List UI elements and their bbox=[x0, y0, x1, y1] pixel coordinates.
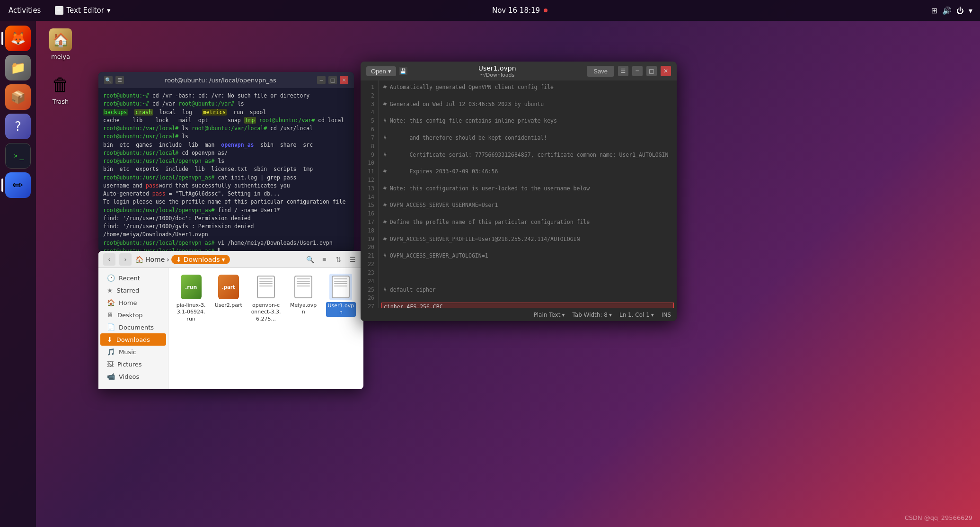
editor-title-left: Open ▾ 💾 bbox=[366, 66, 407, 76]
dock-item-editor[interactable]: ✏ bbox=[5, 172, 31, 198]
topbar: Activities ✏ Text Editor ▾ Nov 16 18:19 … bbox=[0, 0, 980, 21]
home-icon: 🏠 bbox=[107, 299, 115, 306]
fm-sidebar-item-videos[interactable]: 📹 Videos bbox=[100, 370, 166, 383]
desktop-icon-trash[interactable]: 🗑 Trash bbox=[42, 73, 79, 105]
desktop-nav-label: Desktop bbox=[117, 312, 143, 319]
editor-close-btn[interactable]: ✕ bbox=[661, 66, 671, 76]
fm-forward-btn[interactable]: › bbox=[119, 253, 132, 266]
activities-button[interactable]: Activities bbox=[0, 0, 49, 21]
editor-content[interactable]: 12345 678910 1112131415 1617181920 21222… bbox=[361, 80, 677, 308]
editor-save-history-btn[interactable]: 💾 bbox=[399, 67, 407, 75]
dock-item-files[interactable]: 📁 bbox=[5, 55, 31, 80]
fm-current-folder[interactable]: ⬇ Downloads ▾ bbox=[171, 255, 230, 264]
fm-sidebar-item-music[interactable]: 🎵 Music bbox=[100, 346, 166, 358]
edit-mode-label: INS bbox=[662, 312, 671, 318]
filetype-label: Plain Text bbox=[533, 312, 560, 318]
text-file-icon bbox=[257, 276, 275, 298]
app-menu[interactable]: ✏ Text Editor ▾ bbox=[49, 6, 116, 15]
cursor-position-label: Ln 1, Col 1 bbox=[619, 312, 650, 318]
dock-item-terminal[interactable]: ＞_ bbox=[5, 143, 31, 169]
fm-current-label: Downloads bbox=[184, 256, 220, 263]
part-file-icon: .part bbox=[218, 275, 239, 299]
activities-label: Activities bbox=[9, 6, 41, 15]
terminal-right-controls: ─ □ ✕ bbox=[317, 76, 348, 84]
meiya-icon-img: 🏠 bbox=[49, 28, 72, 51]
terminal-body[interactable]: root@ubuntu:~# cd /vr -bash: cd: /vr: No… bbox=[98, 88, 354, 252]
fm-location: 🏠 Home › ⬇ Downloads ▾ bbox=[135, 255, 300, 264]
current-folder-arrow: ▾ bbox=[222, 256, 225, 263]
editor-filepath: ~/Downloads bbox=[480, 72, 514, 78]
network-icon[interactable]: ⊞ bbox=[931, 6, 937, 15]
fm-sort-btn[interactable]: ⇅ bbox=[332, 253, 344, 266]
filetype-status[interactable]: Plain Text ▾ bbox=[533, 312, 565, 318]
fm-view-btn[interactable]: ≡ bbox=[318, 253, 330, 266]
trash-icon-label: Trash bbox=[53, 98, 69, 105]
terminal-search-btn[interactable]: 🔍 bbox=[104, 76, 113, 84]
music-label: Music bbox=[119, 348, 136, 356]
arrow-down-icon[interactable]: ▾ bbox=[969, 6, 972, 15]
filemanager-window: ‹ › 🏠 Home › ⬇ Downloads ▾ 🔍 ≡ ⇅ ☰ 🕐 bbox=[98, 251, 363, 389]
fm-home-icon: 🏠 bbox=[135, 256, 143, 263]
terminal-menu-btn[interactable]: ☰ bbox=[115, 76, 124, 84]
terminal-window-controls: 🔍 ☰ bbox=[104, 76, 124, 84]
fm-sidebar-item-downloads[interactable]: ⬇ Downloads bbox=[100, 333, 166, 346]
editor-filename: User1.ovpn bbox=[478, 64, 516, 72]
fm-sidebar-item-documents[interactable]: 📄 Documents bbox=[100, 321, 166, 333]
fm-sidebar-item-recent[interactable]: 🕐 Recent bbox=[100, 272, 166, 284]
videos-label: Videos bbox=[119, 373, 139, 380]
editor-maximize-btn[interactable]: □ bbox=[646, 66, 657, 76]
fm-home-label[interactable]: Home bbox=[145, 256, 165, 263]
editor-minimize-btn[interactable]: ─ bbox=[632, 66, 643, 76]
power-icon[interactable]: ⏻ bbox=[956, 6, 964, 15]
editor-statusbar: Plain Text ▾ Tab Width: 8 ▾ Ln 1, Col 1 … bbox=[361, 308, 677, 321]
save-button[interactable]: Save bbox=[587, 66, 614, 77]
tab-width-status[interactable]: Tab Width: 8 ▾ bbox=[572, 312, 612, 318]
filetype-arrow: ▾ bbox=[562, 312, 565, 318]
breadcrumb: 🏠 Home › ⬇ Downloads ▾ bbox=[135, 255, 230, 264]
app-icon: ✏ bbox=[55, 6, 63, 15]
recording-dot bbox=[544, 9, 547, 12]
file-openvpn-connect[interactable]: openvpn-connect-3.3.6.275... bbox=[251, 274, 281, 322]
fm-toolbar: 🔍 ≡ ⇅ ☰ bbox=[304, 253, 359, 266]
user1-text-file-icon bbox=[332, 276, 350, 298]
meiya-icon-label: meiya bbox=[51, 53, 70, 60]
volume-icon[interactable]: 🔊 bbox=[942, 6, 952, 15]
terminal-maximize-btn[interactable]: □ bbox=[328, 76, 337, 84]
fm-options-btn[interactable]: ☰ bbox=[346, 253, 359, 266]
fm-titlebar: ‹ › 🏠 Home › ⬇ Downloads ▾ 🔍 ≡ ⇅ ☰ bbox=[98, 251, 363, 268]
dock-item-help[interactable]: ? bbox=[5, 114, 31, 139]
desktop-icon-meiya[interactable]: 🏠 meiya bbox=[42, 28, 79, 60]
position-arrow: ▾ bbox=[651, 312, 654, 318]
openvpn-connect-icon bbox=[255, 274, 277, 300]
fm-sidebar-item-desktop[interactable]: 🖥 Desktop bbox=[100, 309, 166, 321]
dock-item-software[interactable]: 📦 bbox=[5, 84, 31, 110]
user2-part-label: User2.part bbox=[215, 302, 242, 309]
editor-title-center: User1.ovpn ~/Downloads bbox=[478, 64, 516, 78]
file-meiya-ovpn[interactable]: Meiya.ovpn bbox=[289, 274, 318, 316]
starred-label: Starred bbox=[117, 287, 140, 294]
cursor-position-status[interactable]: Ln 1, Col 1 ▾ bbox=[619, 312, 654, 318]
open-label: Open bbox=[371, 68, 386, 75]
terminal-close-btn[interactable]: ✕ bbox=[340, 76, 348, 84]
fm-sidebar-item-home[interactable]: 🏠 Home bbox=[100, 296, 166, 309]
open-button[interactable]: Open ▾ bbox=[366, 66, 396, 76]
music-icon: 🎵 bbox=[107, 348, 115, 356]
file-pia-linux[interactable]: .run pia-linux-3.3.1-06924.run bbox=[176, 274, 206, 322]
recent-label: Recent bbox=[119, 275, 140, 282]
download-folder-icon: ⬇ bbox=[176, 256, 182, 263]
desktop-icon-nav: 🖥 bbox=[107, 311, 114, 319]
terminal-minimize-btn[interactable]: ─ bbox=[317, 76, 326, 84]
fm-sidebar-item-pictures[interactable]: 🖼 Pictures bbox=[100, 358, 166, 370]
fm-back-btn[interactable]: ‹ bbox=[103, 253, 115, 266]
file-user1-ovpn[interactable]: User1.ovpn bbox=[326, 274, 356, 317]
fm-search-btn[interactable]: 🔍 bbox=[304, 253, 316, 266]
file-user2-part[interactable]: .part User2.part bbox=[213, 274, 243, 309]
topbar-right: ⊞ 🔊 ⏻ ▾ bbox=[924, 6, 980, 15]
editor-window: Open ▾ 💾 User1.ovpn ~/Downloads Save ☰ ─… bbox=[361, 62, 677, 321]
code-area[interactable]: # Automatically generated OpenVPN client… bbox=[379, 80, 677, 308]
dock-item-firefox[interactable]: 🦊 bbox=[5, 26, 31, 51]
edit-mode-status: INS bbox=[662, 312, 671, 318]
editor-menu-btn[interactable]: ☰ bbox=[618, 66, 628, 76]
fm-sidebar-item-starred[interactable]: ★ Starred bbox=[100, 284, 166, 296]
tab-width-label: Tab Width: 8 bbox=[572, 312, 607, 318]
